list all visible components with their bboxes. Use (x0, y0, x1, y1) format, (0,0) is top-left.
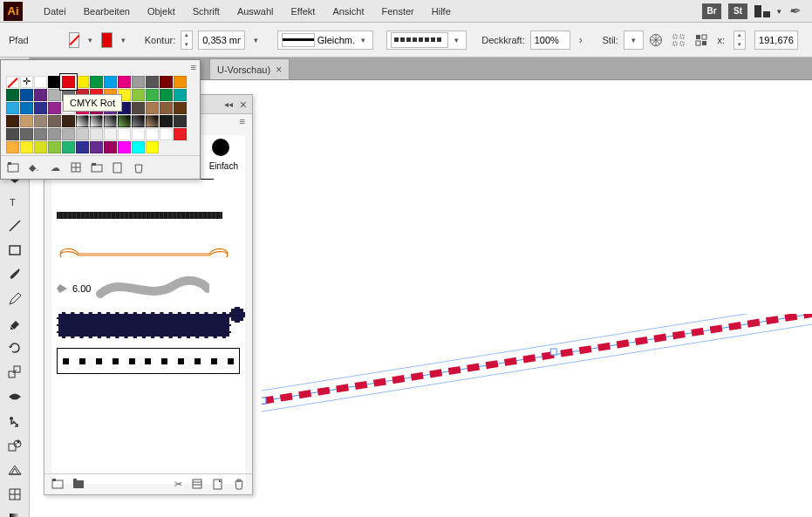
stroke-weight-stepper[interactable]: ▴▾ (181, 31, 193, 50)
swatch-cell[interactable] (146, 115, 159, 127)
width-tool[interactable] (5, 389, 24, 405)
style-select[interactable]: ▾ (624, 31, 645, 50)
menu-effekt[interactable]: Effekt (282, 3, 324, 20)
brush-definition-select[interactable]: ▾ (386, 31, 467, 50)
menu-hilfe[interactable]: Hilfe (423, 3, 460, 20)
swatch-cell[interactable] (132, 115, 145, 127)
swatch-cell[interactable] (76, 128, 89, 140)
swatch-cell[interactable] (34, 76, 47, 88)
swatch-cell[interactable] (118, 141, 131, 153)
libraries-menu-icon[interactable] (72, 478, 85, 492)
swatch-cell[interactable] (146, 141, 159, 153)
swatch-cell[interactable] (6, 128, 19, 140)
type-tool[interactable]: T (5, 194, 24, 209)
swatch-cell[interactable] (160, 76, 173, 88)
shape-builder-tool[interactable] (5, 438, 24, 453)
swatch-cell[interactable] (118, 128, 131, 140)
menu-ansicht[interactable]: Ansicht (324, 3, 372, 20)
swatch-cell[interactable] (6, 115, 19, 127)
swatch-cell[interactable] (48, 141, 61, 153)
swatch-cell[interactable] (90, 76, 103, 88)
stroke-profile-select[interactable]: Gleichm. ▾ (277, 31, 373, 50)
brush-dashed-selected[interactable] (57, 348, 240, 374)
menu-bearbeiten[interactable]: Bearbeiten (75, 3, 139, 20)
swatch-cell[interactable] (174, 76, 187, 88)
swatch-cell[interactable] (76, 76, 89, 88)
swatch-cell[interactable] (20, 102, 33, 114)
bridge-badge[interactable]: Br (702, 3, 721, 19)
swatch-cell[interactable] (20, 141, 33, 153)
swatch-cell[interactable] (6, 102, 19, 114)
document-tab[interactable]: U-Vorschau) × (209, 58, 290, 79)
swatch-cell[interactable] (48, 115, 61, 127)
swatch-cell[interactable] (160, 102, 173, 114)
swatch-cell[interactable] (48, 102, 61, 114)
remove-stroke-icon[interactable]: ✂ (174, 479, 182, 490)
panel-collapse-icon[interactable]: ◂◂ (224, 99, 233, 109)
menu-auswahl[interactable]: Auswahl (229, 3, 283, 20)
fill-swatch[interactable] (69, 32, 80, 48)
swatch-cell[interactable] (48, 128, 61, 140)
brush-charcoal[interactable] (57, 201, 240, 229)
swatch-cell[interactable] (118, 76, 131, 88)
swatch-cell[interactable] (62, 76, 75, 88)
swatch-cell[interactable] (104, 76, 117, 88)
close-panel-icon[interactable]: × (240, 98, 247, 112)
swatch-cell[interactable] (90, 128, 103, 140)
swatch-cell[interactable] (6, 141, 19, 153)
swatch-cell[interactable] (160, 115, 173, 127)
opacity-chevron[interactable]: › (576, 34, 586, 46)
swatch-cell[interactable] (146, 76, 159, 88)
fill-dropdown-chevron[interactable]: ▾ (85, 36, 96, 44)
new-swatch-icon[interactable] (111, 160, 125, 174)
recolor-artwork-icon[interactable] (649, 33, 663, 47)
chevron-down-icon[interactable]: ▾ (777, 7, 781, 16)
swatch-cell[interactable] (62, 128, 75, 140)
swatch-cell[interactable] (34, 115, 47, 127)
swatch-cell[interactable] (6, 89, 19, 101)
swatch-cell[interactable] (6, 76, 19, 88)
menu-schrift[interactable]: Schrift (184, 3, 229, 20)
stroke-dropdown-chevron[interactable]: ▾ (118, 36, 129, 44)
stroke-swatch[interactable] (101, 32, 113, 48)
swatch-cell[interactable] (160, 89, 173, 101)
brush-libraries-icon[interactable] (51, 478, 64, 492)
pencil-tool[interactable] (5, 291, 24, 307)
swatch-cell[interactable] (132, 141, 145, 153)
swatch-cell[interactable] (62, 115, 75, 127)
stroke-weight-chevron[interactable]: ▾ (250, 36, 262, 44)
swatch-cell[interactable] (174, 89, 187, 101)
swatch-cell[interactable] (62, 141, 75, 153)
workspace-switcher-icon[interactable] (754, 5, 770, 17)
mesh-tool[interactable] (5, 486, 24, 502)
show-swatch-kinds-icon[interactable]: ◆. (27, 160, 41, 174)
eraser-tool[interactable] (5, 316, 24, 331)
gradient-tool[interactable] (5, 511, 24, 517)
close-tab-icon[interactable]: × (276, 64, 282, 76)
delete-brush-icon[interactable] (233, 478, 245, 492)
free-transform-tool[interactable] (5, 413, 24, 429)
swatch-cell[interactable] (104, 128, 117, 140)
transform-icon[interactable] (694, 33, 708, 47)
swatch-cell[interactable] (34, 128, 47, 140)
swatch-cell[interactable] (34, 102, 47, 114)
swatch-cell[interactable] (20, 89, 33, 101)
menu-objekt[interactable]: Objekt (139, 3, 184, 20)
swatch-cell[interactable] (20, 76, 33, 88)
brush-pattern-border[interactable] (57, 311, 240, 339)
swatch-cell[interactable] (132, 89, 145, 101)
panel-menu-icon[interactable]: ≡ (240, 116, 245, 126)
new-brush-icon[interactable] (212, 478, 224, 492)
stroke-weight-input[interactable] (198, 31, 245, 50)
delete-swatch-icon[interactable] (132, 160, 146, 174)
opacity-input[interactable] (530, 31, 570, 50)
swatch-cell[interactable] (76, 115, 89, 127)
swatch-cell[interactable] (118, 115, 131, 127)
swatch-cell[interactable] (90, 141, 103, 153)
swatch-cell[interactable] (20, 128, 33, 140)
swatch-cell[interactable] (104, 141, 117, 153)
swatch-cell[interactable] (174, 115, 187, 127)
swatch-cell[interactable] (132, 128, 145, 140)
perspective-grid-tool[interactable] (5, 462, 24, 478)
scale-tool[interactable] (5, 364, 24, 380)
